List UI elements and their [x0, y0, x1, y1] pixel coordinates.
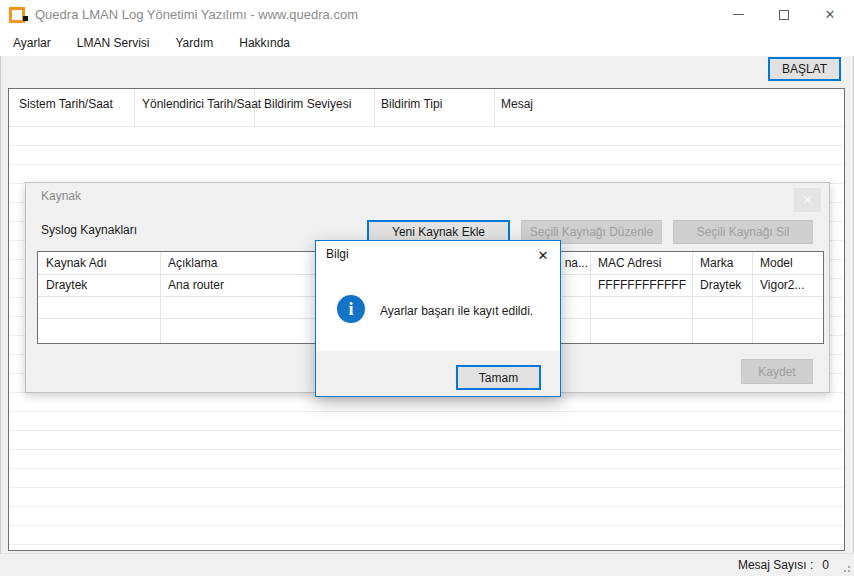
baslat-button[interactable]: BAŞLAT [768, 57, 841, 81]
menu-yardim[interactable]: Yardım [162, 29, 226, 56]
menu-lman-servisi[interactable]: LMAN Servisi [64, 29, 163, 56]
src-col-aciklama[interactable]: Açıklama [168, 252, 217, 274]
src-col-marka[interactable]: Marka [700, 252, 733, 274]
maximize-icon [779, 10, 789, 20]
kaynak-close-icon: ✕ [802, 193, 812, 207]
window-controls: ✕ [715, 0, 853, 29]
src-cell-kaynak-adi: Draytek [46, 274, 87, 296]
kaydet-button[interactable]: Kaydet [741, 359, 813, 384]
kaynak-close-button[interactable]: ✕ [794, 188, 821, 212]
quedra-logo-icon [9, 7, 25, 23]
menu-hakkinda[interactable]: Hakkında [226, 29, 303, 56]
dialog-message: Ayarlar başarı ile kayıt edildi. [380, 304, 533, 318]
dialog-close-button[interactable]: ✕ [531, 245, 555, 265]
bilgi-dialog: Bilgi ✕ i Ayarlar başarı ile kayıt edild… [315, 240, 561, 397]
close-icon: ✕ [825, 7, 836, 22]
src-cell-aciklama: Ana router [168, 274, 224, 296]
app-window: { "window": { "title": "Quedra LMAN Log … [0, 0, 854, 576]
log-col-mesaj[interactable]: Mesaj [501, 97, 533, 111]
status-bar: Mesaj Sayısı : 0 [0, 553, 854, 576]
maximize-button[interactable] [761, 0, 807, 29]
log-col-sistem-tarih[interactable]: Sistem Tarih/Saat [19, 97, 113, 111]
mesaj-sayisi-label: Mesaj Sayısı : [738, 558, 813, 572]
src-col-mac-adresi[interactable]: MAC Adresi [598, 252, 661, 274]
window-title: Quedra LMAN Log Yönetimi Yazılımı - www.… [35, 7, 358, 22]
log-col-bildirim-tipi[interactable]: Bildirim Tipi [381, 97, 442, 111]
close-button[interactable]: ✕ [807, 0, 853, 29]
resize-grip-icon[interactable] [841, 563, 850, 572]
menu-ayarlar[interactable]: Ayarlar [0, 29, 64, 56]
src-cell-mac-adresi: FFFFFFFFFFFF [598, 274, 686, 296]
dialog-close-icon: ✕ [538, 248, 549, 263]
info-icon: i [337, 295, 365, 323]
info-icon-glyph: i [348, 299, 353, 320]
secili-kaynagi-sil-button[interactable]: Seçili Kaynağı Sil [673, 220, 813, 244]
log-col-yonlendirici-tarih[interactable]: Yönlendirici Tarih/Saat [142, 97, 261, 111]
src-cell-marka: Draytek [700, 274, 741, 296]
mesaj-sayisi-value: 0 [822, 558, 829, 572]
tamam-button[interactable]: Tamam [456, 365, 541, 390]
minimize-button[interactable] [715, 0, 761, 29]
menu-bar: Ayarlar LMAN Servisi Yardım Hakkında [0, 29, 854, 56]
src-col-kaynak-adi[interactable]: Kaynak Adı [46, 252, 107, 274]
src-cell-model: Vigor2... [760, 274, 804, 296]
dialog-title: Bilgi [326, 247, 349, 261]
minimize-icon [733, 14, 744, 15]
kaynak-window-title: Kaynak [41, 189, 81, 203]
syslog-kaynaklari-label: Syslog Kaynakları [41, 223, 137, 237]
log-col-bildirim-seviyesi[interactable]: Bildirim Seviyesi [264, 97, 351, 111]
src-col-model[interactable]: Model [760, 252, 793, 274]
